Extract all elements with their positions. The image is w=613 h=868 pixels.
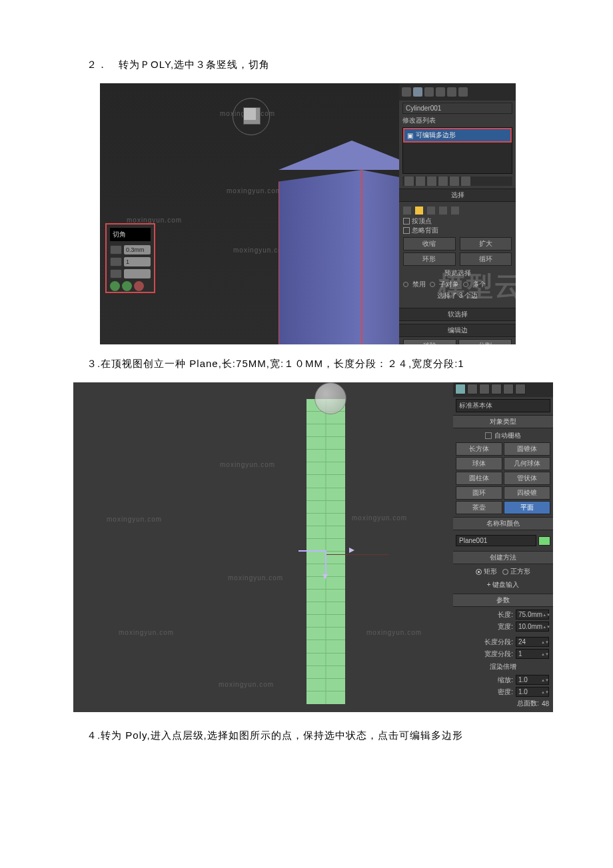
utilities-tab-icon[interactable] — [458, 87, 468, 97]
shrink-button[interactable]: 收缩 — [403, 237, 456, 250]
create-tab-icon[interactable] — [402, 87, 411, 97]
stack-editable-poly-label: 可编辑多边形 — [416, 131, 456, 140]
chamfer-seg-icon[interactable] — [110, 257, 122, 266]
apply-icon[interactable] — [122, 281, 132, 291]
autogrid-checkbox[interactable] — [485, 432, 492, 439]
tube-button[interactable]: 管状体 — [504, 472, 550, 485]
square-radio[interactable] — [502, 569, 508, 575]
stack-editable-poly[interactable]: ▣ 可编辑多边形 — [403, 128, 512, 143]
viewport-top[interactable]: moxingyun.com moxingyun.com moxingyun.co… — [73, 382, 453, 712]
cone-button[interactable]: 圆锥体 — [504, 442, 550, 456]
display-tab-icon[interactable] — [503, 384, 514, 394]
chamfer-open-icon[interactable] — [110, 269, 122, 278]
object-name-field[interactable]: Plane001 — [456, 535, 536, 546]
utilities-tab-icon[interactable] — [515, 384, 526, 394]
geometry-type-dropdown[interactable]: 标准基本体 — [456, 399, 550, 412]
loop-button[interactable]: 循环 — [460, 252, 512, 266]
step-2-text: ２． 转为ＰOLY,选中３条竖线，切角 — [87, 59, 540, 71]
rollout-parameters[interactable]: 参数 — [453, 594, 553, 607]
width-segs-spinner[interactable]: 1▲▼ — [516, 649, 549, 659]
by-vertex-label: 按顶点 — [412, 217, 432, 226]
ignore-backfacing-checkbox[interactable] — [403, 227, 410, 234]
modify-tab-icon[interactable] — [413, 87, 422, 97]
length-segs-label: 长度分段: — [457, 638, 513, 647]
watermark: moxingyun.com — [119, 629, 174, 636]
command-panel: 标准基本体 对象类型 自动栅格 长方体 圆锥体 球体 几何球体 圆柱体 管状体 … — [453, 382, 553, 712]
border-mode-icon[interactable] — [427, 207, 435, 215]
display-tab-icon[interactable] — [447, 87, 456, 97]
total-faces-value: 48 — [542, 700, 549, 707]
chamfer-type-icon[interactable] — [110, 245, 122, 254]
edge-mode-icon[interactable] — [415, 207, 423, 215]
transform-gizmo[interactable] — [325, 550, 326, 551]
square-label: 正方形 — [510, 567, 530, 576]
motion-tab-icon[interactable] — [491, 384, 502, 394]
vertex-mode-icon[interactable] — [403, 207, 411, 215]
chamfer-caddy[interactable]: 切角 0.3mm 1 — [105, 223, 155, 293]
command-panel: Cylinder001 修改器列表 ▣ 可编辑多边形 选择 按顶点 — [399, 83, 516, 344]
chamfer-amount[interactable]: 0.3mm — [124, 245, 151, 254]
watermark: moxingyun.com — [228, 574, 283, 582]
watermark: moxingyun.com — [219, 681, 274, 688]
width-spinner[interactable]: 10.0mm▲▼ — [516, 622, 549, 632]
modifier-stack[interactable]: ▣ 可编辑多边形 — [402, 127, 512, 174]
motion-tab-icon[interactable] — [436, 87, 445, 97]
preview-off-label: 禁用 — [412, 280, 426, 289]
rollout-edit-edges[interactable]: 编辑边 — [399, 324, 516, 337]
rollout-object-type[interactable]: 对象类型 — [453, 415, 553, 428]
modifier-list-label[interactable]: 修改器列表 — [402, 116, 512, 125]
chamfer-segments[interactable]: 1 — [124, 257, 151, 266]
remove-button[interactable]: 移除 — [403, 339, 456, 344]
plane-button[interactable]: 平面 — [504, 501, 550, 514]
command-panel-tabs — [399, 83, 516, 101]
step-3-text: ３.在顶视图创立一种 Plane,长:75MM,宽:１０MM，长度分段：２４,宽… — [87, 358, 540, 370]
viewcube[interactable] — [314, 382, 346, 414]
modify-tab-icon[interactable] — [467, 384, 478, 394]
hierarchy-tab-icon[interactable] — [424, 87, 434, 97]
length-spinner[interactable]: 75.0mm▲▼ — [516, 610, 549, 620]
teapot-button[interactable]: 茶壶 — [456, 501, 502, 514]
create-tab-icon[interactable] — [455, 384, 466, 394]
rectangle-radio[interactable] — [476, 569, 482, 575]
render-mult-label: 渲染倍增 — [453, 662, 553, 671]
pyramid-button[interactable]: 四棱锥 — [504, 486, 550, 500]
geosphere-button[interactable]: 几何球体 — [504, 457, 550, 470]
box-button[interactable]: 长方体 — [456, 442, 502, 456]
element-mode-icon[interactable] — [451, 207, 459, 215]
length-label: 长度: — [457, 610, 513, 620]
ring-button[interactable]: 环形 — [403, 252, 456, 266]
grow-button[interactable]: 扩大 — [460, 237, 512, 250]
viewcube[interactable] — [237, 102, 266, 131]
axis-line — [325, 554, 388, 555]
object-color-swatch[interactable] — [538, 536, 550, 546]
preview-off-radio[interactable] — [403, 282, 408, 287]
preview-sub-radio[interactable] — [430, 282, 435, 287]
split-button[interactable]: 分割 — [458, 339, 512, 344]
rollout-selection[interactable]: 选择 — [399, 189, 516, 202]
step-4-text: ４.转为 Poly,进入点层级,选择如图所示的点，保持选中状态，点击可编辑多边形 — [87, 729, 540, 742]
watermark: moxingyun.com — [107, 516, 162, 523]
ok-icon[interactable] — [110, 281, 120, 291]
sphere-button[interactable]: 球体 — [456, 457, 502, 470]
by-vertex-checkbox[interactable] — [403, 218, 410, 224]
screenshot-1: moxingyun.com moxingyun.com moxingyun.co… — [100, 83, 516, 344]
eye-icon[interactable]: ▣ — [407, 132, 413, 139]
rollout-soft-selection[interactable]: 软选择 — [399, 308, 516, 321]
torus-button[interactable]: 圆环 — [456, 486, 502, 500]
poly-mode-icon[interactable] — [439, 207, 447, 215]
cancel-icon[interactable] — [134, 281, 144, 291]
rollout-keyboard-entry[interactable]: + 键盘输入 — [453, 579, 553, 591]
viewport-perspective[interactable]: moxingyun.com moxingyun.com moxingyun.co… — [100, 83, 399, 344]
chamfer-open[interactable] — [124, 269, 151, 278]
rollout-name-color[interactable]: 名称和颜色 — [453, 517, 553, 530]
scale-spinner[interactable]: 1.0▲▼ — [516, 675, 549, 685]
hierarchy-tab-icon[interactable] — [479, 384, 490, 394]
rollout-creation-method[interactable]: 创建方法 — [453, 551, 553, 564]
cylinder-button[interactable]: 圆柱体 — [456, 472, 502, 485]
density-spinner[interactable]: 1.0▲▼ — [516, 687, 549, 697]
object-name-field[interactable]: Cylinder001 — [402, 103, 512, 114]
big-watermark: 模型云 — [438, 268, 516, 304]
width-segs-label: 宽度分段: — [457, 650, 513, 659]
autogrid-label: 自动栅格 — [494, 431, 521, 440]
length-segs-spinner[interactable]: 24▲▼ — [516, 637, 549, 647]
